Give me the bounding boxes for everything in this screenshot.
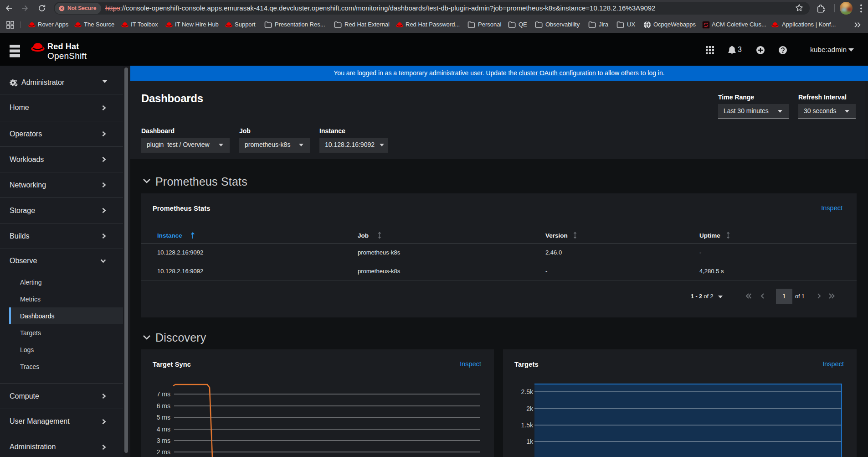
- svg-text:1k: 1k: [526, 438, 534, 445]
- svg-text:7 ms: 7 ms: [157, 390, 170, 398]
- svg-text:1.5k: 1.5k: [521, 421, 534, 429]
- svg-text:3 ms: 3 ms: [157, 437, 170, 444]
- svg-text:6 ms: 6 ms: [157, 402, 170, 410]
- svg-text:2.5k: 2.5k: [521, 388, 534, 395]
- svg-text:2k: 2k: [526, 405, 534, 412]
- svg-text:4 ms: 4 ms: [157, 426, 170, 433]
- svg-text:5 ms: 5 ms: [157, 414, 170, 421]
- svg-text:2 ms: 2 ms: [157, 448, 170, 456]
